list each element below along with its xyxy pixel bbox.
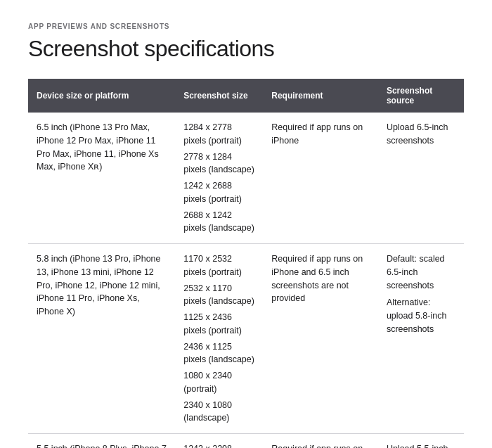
table-row: 5.8 inch (iPhone 13 Pro, iPhone 13, iPho…	[28, 244, 464, 434]
cell-source: Default: scaled 6.5-inch screenshotsAlte…	[378, 244, 464, 434]
col-header-requirement: Requirement	[263, 79, 378, 113]
cell-requirement: Required if app runs on iPhone	[263, 434, 378, 449]
cell-sizes: 1284 x 2778 pixels (portrait)2778 x 1284…	[175, 113, 263, 244]
col-header-source: Screenshot source	[378, 79, 464, 113]
size-entry: 2532 x 1170 pixels (landscape)	[183, 282, 254, 309]
cell-sizes: 1242 x 2208 pixels (portrait)2208 x 1242…	[175, 434, 263, 449]
size-entry: 1242 x 2208 pixels (portrait)	[183, 442, 254, 448]
col-header-device: Device size or platform	[28, 79, 175, 113]
size-entry: 2340 x 1080 (landscape)	[183, 399, 254, 425]
page-label: App Previews and Screenshots	[28, 23, 464, 30]
size-entry: 1080 x 2340 (portrait)	[183, 369, 254, 396]
source-alternative: Alternative: upload 5.8-inch screenshots	[387, 296, 455, 335]
size-entry: 1284 x 2778 pixels (portrait)	[183, 121, 254, 148]
source-default: Default: scaled 6.5-inch screenshots	[387, 254, 445, 290]
cell-device: 6.5 inch (iPhone 13 Pro Max, iPhone 12 P…	[28, 113, 175, 244]
size-entry: 1170 x 2532 pixels (portrait)	[183, 252, 254, 279]
page-title: Screenshot specifications	[28, 36, 464, 62]
size-entry: 2778 x 1284 pixels (landscape)	[183, 151, 254, 177]
cell-source: Upload 6.5-inch screenshots	[378, 113, 464, 244]
cell-device: 5.8 inch (iPhone 13 Pro, iPhone 13, iPho…	[28, 244, 175, 434]
cell-device: 5.5 inch (iPhone 8 Plus, iPhone 7 Plus, …	[28, 434, 175, 449]
size-entry: 2436 x 1125 pixels (landscape)	[183, 340, 254, 367]
size-entry: 1125 x 2436 pixels (portrait)	[183, 311, 254, 338]
cell-sizes: 1170 x 2532 pixels (portrait)2532 x 1170…	[175, 244, 263, 434]
cell-source: Upload 5.5-inch screenshots	[378, 434, 464, 449]
size-entry: 2688 x 1242 pixels (landscape)	[183, 209, 254, 236]
specs-table: Device size or platform Screenshot size …	[28, 79, 464, 448]
cell-requirement: Required if app runs on iPhone and 6.5 i…	[263, 244, 378, 434]
table-row: 6.5 inch (iPhone 13 Pro Max, iPhone 12 P…	[28, 113, 464, 244]
cell-requirement: Required if app runs on iPhone	[263, 113, 378, 244]
col-header-size: Screenshot size	[175, 79, 263, 113]
size-entry: 1242 x 2688 pixels (portrait)	[183, 179, 254, 206]
table-row: 5.5 inch (iPhone 8 Plus, iPhone 7 Plus, …	[28, 434, 464, 449]
